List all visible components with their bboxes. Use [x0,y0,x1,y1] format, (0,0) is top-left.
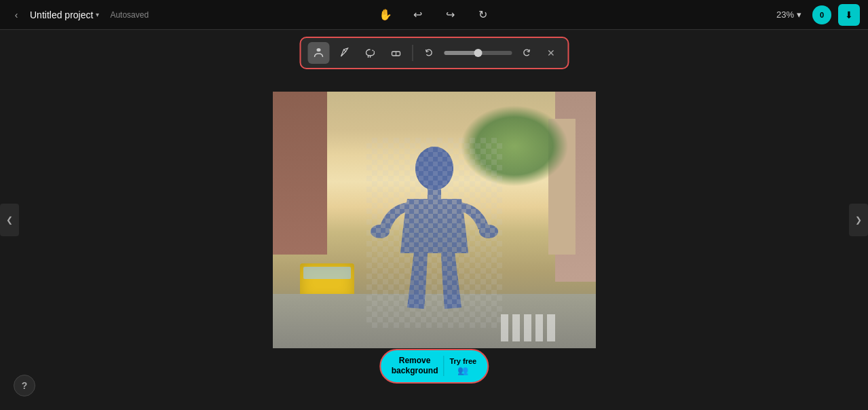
svg-rect-0 [316,48,320,52]
help-button[interactable]: ? [14,375,35,396]
redo-left-button[interactable]: ↪ [441,5,460,24]
lasso-tool-button[interactable] [359,42,381,64]
undo-button[interactable]: ↩ [409,5,428,24]
redo-left-icon: ↪ [446,8,455,21]
zoom-chevron-icon: ▾ [797,10,801,20]
floating-toolbar: ✕ [299,37,569,69]
notifications-badge: 0 [820,11,824,19]
remove-background-button[interactable]: Removebackground Try free 👥 [379,349,489,384]
slider-thumb [474,49,482,57]
person-container [366,138,502,328]
try-free-wrap: Try free 👥 [449,357,476,375]
project-title-chevron-icon: ▾ [96,11,99,18]
try-free-icon: 👥 [457,365,468,375]
topbar-right: 23% ▾ 0 ⬇ [772,4,860,26]
right-chevron-icon: ❯ [855,215,862,225]
toolbar-close-button[interactable]: ✕ [542,43,561,62]
pen-tool-button[interactable] [333,42,355,64]
person-select-icon [313,48,324,58]
undo-tool-icon [424,48,434,58]
brush-size-slider[interactable] [444,51,512,55]
redo-right-button[interactable]: ↻ [474,5,493,24]
remove-bg-label: Removebackground [392,356,438,377]
back-button[interactable]: ‹ [8,7,24,23]
toolbar-divider [412,45,413,61]
help-icon: ? [22,380,28,391]
select-tool-button[interactable] [307,42,329,64]
topbar-left: ‹ Untitled project ▾ Autosaved [8,7,149,23]
crosswalk-stripe [535,314,543,341]
remove-bg-divider [443,356,444,376]
eraser-icon [390,48,401,58]
download-button[interactable]: ⬇ [838,4,860,26]
left-arrow-button[interactable]: ❮ [0,204,19,236]
topbar: ‹ Untitled project ▾ Autosaved ✋ ↩ ↪ ↻ 2… [0,0,868,30]
svg-rect-13 [366,138,502,328]
topbar-center: ✋ ↩ ↪ ↻ [376,5,493,24]
redo-right-icon: ↻ [478,8,487,21]
pan-tool-button[interactable]: ✋ [376,5,395,24]
image-container: Removebackground Try free 👥 [273,92,596,348]
project-title-wrap[interactable]: Untitled project ▾ [30,10,99,20]
close-icon: ✕ [547,48,555,58]
crosswalk-stripe [512,314,520,341]
redo-tool-button[interactable] [516,42,537,64]
building-left [273,92,327,255]
brush-size-slider-wrap [444,51,512,55]
autosaved-label: Autosaved [110,10,149,20]
pan-icon: ✋ [379,8,392,21]
redo-tool-icon [522,48,532,58]
download-icon: ⬇ [845,10,853,20]
person-svg [366,138,502,328]
undo-tool-button[interactable] [418,42,440,64]
right-arrow-button[interactable]: ❯ [849,204,868,236]
canvas-area: ❮ [0,30,868,410]
crosswalk-stripe [524,314,531,341]
zoom-level-label: 23% [776,10,794,20]
zoom-control[interactable]: 23% ▾ [772,8,806,21]
crosswalk-stripe [547,314,554,341]
try-free-label: Try free [449,357,476,365]
crosswalk [501,314,555,341]
pen-icon [339,48,350,58]
left-chevron-icon: ❮ [6,215,13,225]
lasso-icon [364,48,375,58]
avatar[interactable]: 0 [812,5,831,24]
slider-fill [444,51,478,55]
project-title: Untitled project [30,10,93,20]
eraser-tool-button[interactable] [385,42,407,64]
undo-icon: ↩ [413,8,422,21]
